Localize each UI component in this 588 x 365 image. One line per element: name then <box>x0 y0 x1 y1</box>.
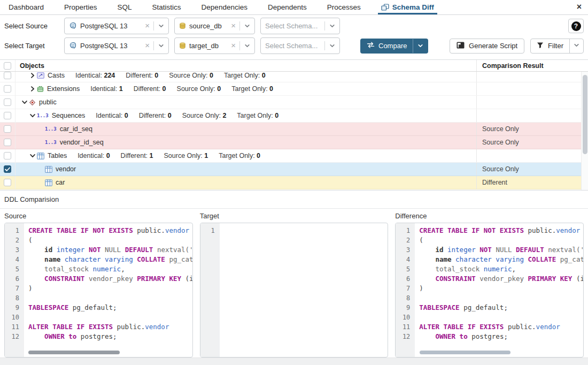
line-number: 3 <box>5 245 24 255</box>
tab-label: Dependents <box>268 3 307 11</box>
generate-script-button[interactable]: Generate Script <box>450 39 524 54</box>
chevron-down-icon[interactable] <box>413 43 428 49</box>
horizontal-scrollbar[interactable] <box>25 351 191 355</box>
count-different: Different: 0 <box>139 112 172 119</box>
target-server-select[interactable]: PostgreSQL 13 × <box>64 37 169 54</box>
tree-row[interactable]: 1..3SequencesIdentical: 0Different: 0Sou… <box>0 109 581 123</box>
expander-expanded-icon[interactable] <box>20 100 29 105</box>
tab-dashboard[interactable]: Dashboard <box>6 0 46 14</box>
clear-icon[interactable]: × <box>228 41 239 51</box>
toolbar-right: Generate Script Filter <box>450 39 584 54</box>
line-content: ) <box>24 284 192 293</box>
line-number: 11 <box>5 322 24 332</box>
source-server-select[interactable]: PostgreSQL 13 × <box>64 18 169 34</box>
comparison-result-column-header: Comparison Result <box>476 60 581 71</box>
row-checkbox[interactable] <box>4 139 11 146</box>
ddl-panel-headers: Source Target Difference <box>0 209 588 223</box>
tree-cell: public <box>16 98 476 106</box>
line-number: 8 <box>5 293 24 303</box>
script-icon <box>457 42 465 50</box>
select-all-checkbox[interactable] <box>4 62 11 70</box>
code-line: 9TABLESPACE pg_default; <box>396 303 583 313</box>
row-checkbox[interactable] <box>4 125 11 133</box>
vertical-scrollbar[interactable] <box>581 72 588 190</box>
chevron-down-icon[interactable] <box>325 43 335 49</box>
filter-dropdown-button[interactable] <box>569 39 583 53</box>
horizontal-scrollbar[interactable] <box>416 351 582 355</box>
tree-row[interactable]: 1..3vendor_id_seqSource Only <box>0 136 581 149</box>
table-icon <box>45 166 52 173</box>
chevron-down-icon[interactable] <box>240 23 250 29</box>
compare-button-label: Compare <box>378 42 407 50</box>
code-editor[interactable]: 1 <box>200 223 388 235</box>
line-number: 1 <box>200 226 220 235</box>
horizontal-scrollbar-thumb[interactable] <box>420 351 510 354</box>
code-editor[interactable]: 1CREATE TABLE IF NOT EXISTS public.vendo… <box>5 223 192 341</box>
code-line: 6 CONSTRAINT vendor_pkey PRIMARY KEY (i <box>5 274 192 284</box>
line-number: 7 <box>396 284 415 293</box>
target-schema-select[interactable]: Select Schema... <box>260 37 340 54</box>
line-number: 2 <box>5 235 24 245</box>
bottom-spacer <box>0 358 588 365</box>
code-editor[interactable]: 1CREATE TABLE IF NOT EXISTS public.vendo… <box>396 223 583 341</box>
row-checkbox[interactable] <box>4 165 11 173</box>
tab-processes[interactable]: Processes <box>325 0 363 14</box>
row-checkbox-cell <box>0 176 16 189</box>
horizontal-scrollbar-thumb[interactable] <box>28 351 119 354</box>
tree-row[interactable]: TablesIdentical: 0Different: 1Source Onl… <box>0 149 581 163</box>
sequence-icon: 1..3 <box>45 126 57 132</box>
filter-button[interactable]: Filter <box>531 39 569 53</box>
difference-code-panel[interactable]: 1CREATE TABLE IF NOT EXISTS public.vendo… <box>395 223 584 358</box>
line-number: 1 <box>396 226 415 235</box>
vertical-scrollbar-thumb[interactable] <box>583 75 587 154</box>
line-number: 4 <box>5 255 24 264</box>
tab-dependents[interactable]: Dependents <box>266 0 309 14</box>
line-content: id integer NOT NULL DEFAULT nextval(' <box>24 245 192 255</box>
line-content: ALTER TABLE IF EXISTS public.vendor <box>415 322 583 332</box>
row-checkbox[interactable] <box>4 72 11 79</box>
row-checkbox[interactable] <box>4 152 11 159</box>
tab-properties[interactable]: Properties <box>62 0 99 14</box>
tree-row[interactable]: public <box>0 96 581 109</box>
count-different: Different: 1 <box>121 152 153 159</box>
code-line: 6 CONSTRAINT vendor_pkey PRIMARY KEY (i <box>396 274 583 284</box>
tab-statistics[interactable]: Statistics <box>150 0 183 14</box>
clear-icon[interactable]: × <box>142 41 153 51</box>
tree-row[interactable]: vendorSource Only <box>0 163 581 176</box>
chevron-down-icon[interactable] <box>154 23 164 29</box>
source-code-panel[interactable]: 1CREATE TABLE IF NOT EXISTS public.vendo… <box>4 223 193 358</box>
tree-row[interactable]: ExtensionsIdentical: 1Different: 0Source… <box>0 82 581 96</box>
expander-expanded-icon[interactable] <box>28 113 37 118</box>
tree-row[interactable]: CastsIdentical: 224Different: 0Source On… <box>0 72 581 82</box>
target-database-select[interactable]: target_db × <box>174 37 255 54</box>
tab-dependencies[interactable]: Dependencies <box>199 0 250 14</box>
node-label: car_id_seq <box>60 125 92 133</box>
compare-button[interactable]: Compare <box>360 39 428 54</box>
row-checkbox[interactable] <box>4 98 11 106</box>
source-schema-select[interactable]: Select Schema... <box>260 18 340 34</box>
expander-collapsed-icon[interactable] <box>28 73 37 78</box>
line-number-gutter <box>200 223 220 357</box>
tree-row[interactable]: carDifferent <box>0 176 581 189</box>
target-code-panel[interactable]: 1 <box>200 223 389 358</box>
row-checkbox[interactable] <box>4 85 11 93</box>
line-content: TABLESPACE pg_default; <box>24 303 192 313</box>
chevron-down-icon[interactable] <box>325 23 335 29</box>
row-checkbox[interactable] <box>4 179 11 186</box>
tab-schema-diff[interactable]: Schema Diff <box>379 0 436 14</box>
expander-expanded-icon[interactable] <box>28 153 37 158</box>
tab-sql[interactable]: SQL <box>115 0 134 14</box>
close-icon[interactable]: × <box>577 2 582 12</box>
clear-icon[interactable]: × <box>228 21 239 31</box>
code-line: 1CREATE TABLE IF NOT EXISTS public.vendo… <box>5 226 192 235</box>
expander-collapsed-icon[interactable] <box>28 86 37 92</box>
line-number: 6 <box>5 274 24 284</box>
chevron-down-icon[interactable] <box>154 43 164 49</box>
chevron-down-icon[interactable] <box>240 43 250 49</box>
tree-row[interactable]: 1..3car_id_seqSource Only <box>0 123 581 136</box>
source-database-select[interactable]: source_db × <box>174 18 255 34</box>
help-button[interactable]: ? <box>568 19 584 33</box>
clear-icon[interactable]: × <box>142 21 153 31</box>
row-checkbox[interactable] <box>4 112 11 119</box>
code-line: 7) <box>396 284 583 293</box>
